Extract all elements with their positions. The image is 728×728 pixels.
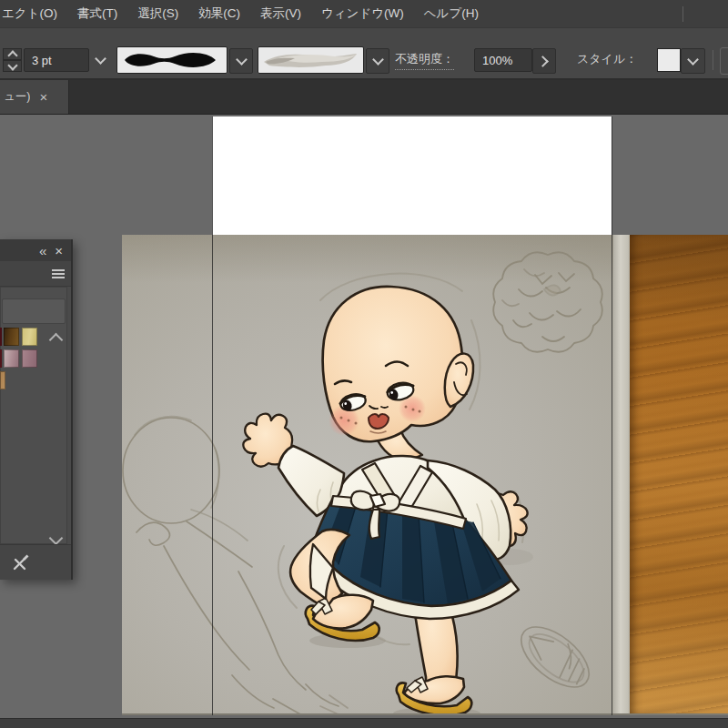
width-profile-icon (117, 47, 227, 73)
swatch-khaki-gradient[interactable] (22, 328, 37, 346)
swatch-tan[interactable] (0, 371, 5, 389)
swatch-mauve-solid[interactable] (22, 349, 37, 368)
close-icon[interactable]: × (39, 90, 47, 104)
width-profile-preview[interactable] (116, 46, 228, 74)
menu-view[interactable]: 表示(V) (250, 5, 311, 22)
menu-window[interactable]: ウィンドウ(W) (311, 5, 414, 22)
chevron-down-icon (372, 54, 384, 66)
swatch-maroon-sliver-2[interactable] (0, 349, 2, 368)
scroll-up-icon[interactable] (51, 332, 61, 349)
remove-brush-stroke-icon[interactable] (11, 552, 31, 572)
chevron-down-icon (236, 54, 248, 66)
artboard-border-right (612, 116, 612, 715)
clipped-control-box[interactable] (720, 47, 728, 75)
close-icon[interactable]: × (55, 244, 63, 258)
sandal-sketch (511, 615, 599, 698)
panel-footer (0, 544, 71, 580)
control-bar: 3 pt 不透明度： 100% スタイル： (0, 27, 728, 80)
opacity-input[interactable]: 100% (474, 48, 532, 72)
menu-help[interactable]: ヘルプ(H) (414, 5, 489, 22)
baby-head (323, 287, 473, 441)
chevron-right-icon (537, 56, 549, 67)
swatch-list (0, 287, 67, 544)
opacity-expand-button[interactable] (532, 48, 556, 74)
menu-effect[interactable]: 効果(C) (188, 5, 250, 22)
style-swatch[interactable] (657, 48, 681, 72)
menu-select[interactable]: 選択(S) (127, 5, 188, 22)
style-dropdown[interactable] (681, 48, 705, 74)
swatch-maroon-sliver[interactable] (0, 328, 2, 346)
collapse-panel-icon[interactable]: « (39, 244, 46, 258)
opacity-label[interactable]: 不透明度： (395, 51, 454, 70)
menu-bar: エクト(O) 書式(T) 選択(S) 効果(C) 表示(V) ウィンドウ(W) … (0, 0, 728, 27)
panel-tab-bar (0, 261, 71, 287)
panel-header: « × (0, 239, 71, 261)
stepper-up-icon[interactable] (3, 48, 22, 60)
stroke-weight-input[interactable]: 3 pt (24, 48, 89, 72)
document-tab[interactable]: ュー) × (0, 80, 69, 114)
document-tab-strip: ュー) × (0, 80, 728, 115)
panel-menu-icon[interactable] (52, 269, 65, 278)
artboard-border-left (212, 116, 213, 715)
swatch-mauve-gradient[interactable] (4, 349, 19, 368)
illustrator-window: エクト(O) 書式(T) 選択(S) 効果(C) 表示(V) ウィンドウ(W) … (0, 0, 728, 728)
chevron-down-icon (95, 53, 106, 65)
pinecone-sketch (493, 252, 602, 352)
baby-illustration (243, 274, 533, 715)
brush-definition-dropdown[interactable] (366, 48, 389, 74)
brushes-panel: « × (0, 239, 73, 580)
document-tab-label: ュー) (0, 89, 30, 105)
selected-brush-preview[interactable] (2, 298, 66, 324)
stepper-down-icon[interactable] (3, 60, 22, 72)
control-bar-divider (713, 50, 713, 70)
width-profile-dropdown[interactable] (229, 48, 253, 74)
panel-body (0, 287, 71, 544)
brush-stroke-icon (258, 47, 363, 73)
menu-bar-divider (682, 6, 683, 22)
canvas-area[interactable] (0, 115, 728, 718)
menu-type[interactable]: 書式(T) (67, 5, 127, 22)
stroke-weight-stepper[interactable] (3, 48, 22, 72)
chevron-down-icon (687, 54, 699, 66)
style-label: スタイル： (577, 51, 637, 67)
stroke-weight-dropdown[interactable] (90, 48, 110, 72)
swatch-brown-gradient[interactable] (4, 328, 19, 346)
brush-definition-preview[interactable] (258, 46, 364, 74)
menu-object[interactable]: エクト(O) (0, 5, 67, 22)
bottom-scrollbar-track[interactable] (0, 718, 728, 728)
